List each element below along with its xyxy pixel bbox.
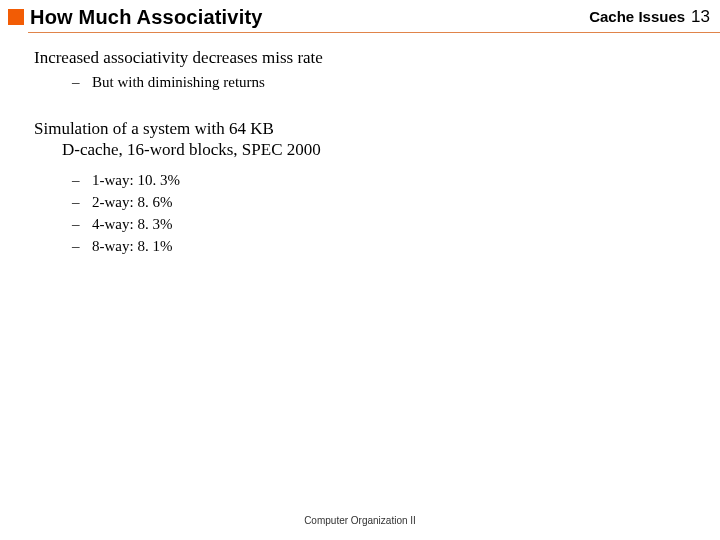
section2-line1: Simulation of a system with 64 KB (34, 118, 700, 139)
slide-title: How Much Associativity (30, 6, 263, 29)
list-item: 4-way: 8. 3% (72, 214, 700, 236)
footer-text: Computer Organization II (0, 515, 720, 526)
header-rule (28, 32, 720, 33)
section1-heading: Increased associativity decreases miss r… (34, 48, 700, 68)
section-2: Simulation of a system with 64 KB D-cach… (34, 118, 700, 258)
list-item: 2-way: 8. 6% (72, 192, 700, 214)
section2-list: 1-way: 10. 3% 2-way: 8. 6% 4-way: 8. 3% … (34, 170, 700, 257)
bullet-square-icon (8, 9, 24, 25)
header-right: Cache Issues 13 (589, 7, 710, 27)
section-1: Increased associativity decreases miss r… (34, 48, 700, 94)
topic-label: Cache Issues (589, 8, 685, 25)
list-item: 8-way: 8. 1% (72, 236, 700, 258)
header-left: How Much Associativity (8, 6, 263, 29)
slide-header: How Much Associativity Cache Issues 13 (8, 4, 710, 30)
slide: How Much Associativity Cache Issues 13 I… (0, 0, 720, 540)
section1-sub: But with diminishing returns (72, 72, 700, 94)
list-item: 1-way: 10. 3% (72, 170, 700, 192)
section2-line2: D-cache, 16-word blocks, SPEC 2000 (34, 139, 700, 160)
slide-body: Increased associativity decreases miss r… (34, 48, 700, 257)
page-number: 13 (691, 7, 710, 27)
